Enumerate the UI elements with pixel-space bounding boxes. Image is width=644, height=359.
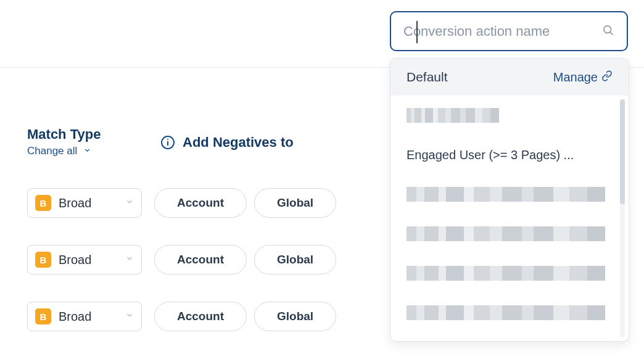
match-type-select[interactable]: B Broad: [27, 188, 142, 218]
global-pill[interactable]: Global: [254, 302, 336, 331]
info-icon: [160, 135, 175, 150]
dropdown-group-header: Default Manage: [390, 59, 629, 96]
dropdown-group-title: Default: [407, 70, 448, 85]
scrollbar[interactable]: [620, 99, 625, 337]
redacted-text: [407, 108, 499, 123]
change-all-button[interactable]: Change all: [27, 145, 91, 157]
keyword-row: B Broad Account Global: [27, 245, 336, 274]
dropdown-item[interactable]: [407, 96, 615, 135]
keyword-row: B Broad Account Global: [27, 302, 336, 331]
negative-scope-group: Account Global: [154, 302, 336, 331]
add-negatives-title: Add Negatives to: [183, 134, 294, 151]
change-all-label: Change all: [27, 145, 77, 157]
scrollbar-thumb[interactable]: [620, 99, 625, 204]
svg-point-2: [167, 139, 168, 140]
search-icon: [602, 24, 614, 39]
chevron-down-icon: [125, 254, 134, 265]
dropdown-item[interactable]: [407, 214, 615, 254]
account-pill[interactable]: Account: [154, 245, 247, 274]
broad-badge: B: [35, 308, 51, 324]
match-type-label: Broad: [59, 253, 118, 267]
match-type-select[interactable]: B Broad: [27, 245, 142, 274]
conversion-dropdown-panel: Default Manage Engaged User (>= 3 Pages)…: [390, 58, 629, 342]
dropdown-body: Engaged User (>= 3 Pages) ...: [390, 96, 629, 341]
manage-link[interactable]: Manage: [553, 70, 613, 85]
conversion-search-input[interactable]: [403, 23, 602, 39]
negative-scope-group: Account Global: [154, 245, 336, 274]
chevron-down-icon: [125, 311, 134, 322]
redacted-text: [407, 266, 605, 281]
account-pill[interactable]: Account: [154, 302, 247, 331]
link-icon: [601, 70, 613, 85]
dropdown-item[interactable]: [407, 293, 615, 332]
dropdown-item[interactable]: [407, 175, 615, 214]
negative-scope-group: Account Global: [154, 188, 336, 218]
broad-badge: B: [35, 195, 51, 211]
dropdown-item[interactable]: Engaged User (>= 3 Pages) ...: [407, 135, 615, 175]
redacted-text: [407, 305, 605, 320]
global-pill[interactable]: Global: [254, 245, 336, 274]
match-type-select[interactable]: B Broad: [27, 302, 142, 331]
keyword-row: B Broad Account Global: [27, 188, 336, 218]
dropdown-item[interactable]: [407, 254, 615, 293]
svg-point-3: [604, 25, 611, 33]
redacted-text: [407, 226, 605, 241]
global-pill[interactable]: Global: [254, 188, 336, 218]
manage-label: Manage: [553, 70, 598, 85]
svg-line-4: [610, 32, 613, 35]
text-cursor: [416, 21, 418, 43]
conversion-search-box[interactable]: [390, 11, 628, 51]
dropdown-item-label: Engaged User (>= 3 Pages) ...: [407, 148, 574, 162]
broad-badge: B: [35, 252, 51, 268]
match-type-label: Broad: [59, 196, 118, 210]
chevron-down-icon: [125, 197, 134, 208]
redacted-text: [407, 187, 605, 202]
match-type-label: Broad: [59, 310, 118, 324]
chevron-down-icon: [83, 145, 91, 157]
account-pill[interactable]: Account: [154, 188, 247, 218]
